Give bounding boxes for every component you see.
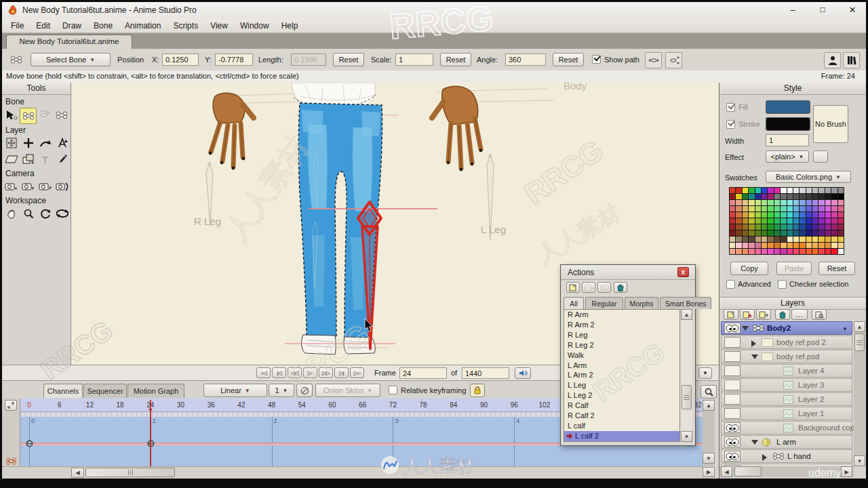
swatch-cell[interactable] bbox=[818, 224, 824, 230]
swatch-cell[interactable] bbox=[781, 194, 786, 199]
actions-titlebar[interactable]: Actions x bbox=[561, 265, 695, 280]
swatch-cell[interactable] bbox=[812, 194, 818, 199]
swatch-cell[interactable] bbox=[743, 243, 748, 248]
layer-row[interactable]: L hand bbox=[721, 449, 852, 463]
swatch-cell[interactable] bbox=[749, 212, 754, 218]
swatch-cell[interactable] bbox=[831, 218, 837, 224]
swatch-cell[interactable] bbox=[730, 188, 735, 193]
swatch-cell[interactable] bbox=[825, 249, 831, 254]
swatch-cell[interactable] bbox=[768, 249, 773, 254]
select-bone-dropdown[interactable]: Select Bone▼ bbox=[31, 53, 111, 66]
swatch-cell[interactable] bbox=[806, 206, 812, 211]
menu-item-window[interactable]: Window bbox=[234, 21, 275, 30]
swatch-cell[interactable] bbox=[812, 243, 818, 248]
swatch-cell[interactable] bbox=[749, 200, 754, 205]
roll-camera-tool-icon[interactable] bbox=[37, 179, 53, 194]
swatch-cell[interactable] bbox=[818, 212, 824, 218]
layer-row[interactable]: L arm bbox=[721, 435, 852, 449]
layer-row[interactable]: Layer 3 bbox=[721, 378, 852, 392]
layer-visibility-checkbox[interactable] bbox=[724, 351, 741, 362]
swatch-cell[interactable] bbox=[812, 200, 818, 205]
layers-hscrollbar[interactable]: ◀ ▶ bbox=[719, 466, 854, 477]
expander-down-icon[interactable] bbox=[751, 440, 758, 445]
curvature-tool-icon[interactable] bbox=[37, 136, 53, 150]
swatch-cell[interactable] bbox=[762, 224, 767, 230]
action-item-selected[interactable]: L calf 2 bbox=[564, 431, 679, 441]
swatch-cell[interactable] bbox=[838, 224, 844, 230]
menu-item-scripts[interactable]: Scripts bbox=[167, 21, 204, 30]
flip-bone-h-icon[interactable] bbox=[645, 52, 662, 68]
layer-more-button[interactable]: ... bbox=[791, 309, 808, 320]
swatch-cell[interactable] bbox=[730, 249, 735, 254]
eyedropper-tool-icon[interactable] bbox=[54, 152, 70, 167]
layer-visibility-checkbox[interactable] bbox=[724, 380, 741, 390]
rotate-workspace-tool-icon[interactable] bbox=[37, 206, 53, 221]
menu-item-help[interactable]: Help bbox=[275, 21, 304, 30]
swatch-cell[interactable] bbox=[812, 188, 818, 193]
swatch-cell[interactable] bbox=[793, 194, 799, 199]
angle-input[interactable]: 360 bbox=[505, 54, 546, 66]
prev-keyframe-button[interactable]: |◁ bbox=[272, 367, 286, 378]
swatch-cell[interactable] bbox=[768, 188, 773, 193]
action-item[interactable]: R Arm bbox=[564, 310, 679, 320]
effect-dropdown[interactable]: <plain>▼ bbox=[766, 150, 809, 163]
reset-position-button[interactable]: Reset bbox=[333, 53, 364, 66]
swatch-cell[interactable] bbox=[781, 188, 786, 193]
actions-tab-morphs[interactable]: Morphs bbox=[625, 297, 658, 309]
swatch-cell[interactable] bbox=[838, 194, 844, 199]
playhead-line[interactable] bbox=[150, 400, 151, 466]
swatch-cell[interactable] bbox=[774, 206, 780, 211]
action-item[interactable]: R Calf 2 bbox=[564, 411, 679, 421]
swatch-cell[interactable] bbox=[768, 194, 773, 199]
swatch-cell[interactable] bbox=[755, 224, 761, 230]
swatch-cell[interactable] bbox=[831, 206, 837, 211]
swatch-cell[interactable] bbox=[743, 200, 748, 205]
bone-strength-tool-icon[interactable] bbox=[54, 108, 69, 123]
action-item[interactable]: Walk bbox=[564, 350, 679, 361]
swatch-cell[interactable] bbox=[768, 200, 773, 205]
layer-visibility-checkbox[interactable] bbox=[724, 394, 741, 405]
swatches-dropdown[interactable]: Basic Colors.png▼ bbox=[766, 171, 851, 183]
swatch-cell[interactable] bbox=[831, 249, 837, 254]
orbit-workspace-tool-icon[interactable] bbox=[54, 206, 70, 221]
play-button[interactable]: ▷ bbox=[303, 367, 317, 378]
swatch-cell[interactable] bbox=[774, 243, 780, 248]
swatch-cell[interactable] bbox=[806, 243, 812, 248]
swatch-cell[interactable] bbox=[774, 230, 780, 236]
menu-item-edit[interactable]: Edit bbox=[30, 21, 56, 30]
swatch-cell[interactable] bbox=[730, 237, 735, 242]
swatch-cell[interactable] bbox=[762, 243, 767, 248]
actions-close-button[interactable]: x bbox=[677, 267, 689, 277]
swatch-cell[interactable] bbox=[818, 218, 824, 224]
reset-style-button[interactable]: Reset bbox=[818, 262, 855, 275]
expander-down-icon[interactable] bbox=[751, 354, 758, 359]
swatch-cell[interactable] bbox=[762, 212, 767, 218]
swatch-cell[interactable] bbox=[831, 224, 837, 230]
scroll-down-icon[interactable]: ▼ bbox=[854, 455, 865, 466]
lock-button[interactable] bbox=[470, 384, 485, 397]
new-action-button[interactable] bbox=[566, 282, 580, 293]
swatch-cell[interactable] bbox=[730, 206, 735, 211]
swatch-cell[interactable] bbox=[755, 230, 761, 236]
swatch-cell[interactable] bbox=[800, 230, 805, 236]
minimize-icon[interactable]: – bbox=[785, 5, 801, 15]
add-point-tool-icon[interactable] bbox=[20, 136, 36, 150]
x-input[interactable]: 0.1250 bbox=[162, 54, 199, 66]
swatch-cell[interactable] bbox=[818, 230, 824, 236]
layer-visibility-checkbox[interactable] bbox=[724, 408, 741, 419]
swatch-cell[interactable] bbox=[755, 200, 761, 205]
swatch-cell[interactable] bbox=[736, 224, 741, 230]
swatch-cell[interactable] bbox=[818, 200, 824, 205]
swatch-cell[interactable] bbox=[787, 212, 793, 218]
swatch-cell[interactable] bbox=[831, 212, 837, 218]
swatch-cell[interactable] bbox=[806, 212, 812, 218]
swatch-cell[interactable] bbox=[800, 224, 805, 230]
close-icon[interactable]: ✕ bbox=[844, 5, 861, 15]
swatch-cell[interactable] bbox=[793, 212, 799, 218]
swatch-cell[interactable] bbox=[762, 194, 767, 199]
swatch-cell[interactable] bbox=[774, 237, 780, 242]
document-tab[interactable]: New Body Tutorial6tut.anime bbox=[6, 35, 132, 49]
swatch-cell[interactable] bbox=[793, 224, 799, 230]
y-input[interactable]: -0.7778 bbox=[215, 54, 253, 66]
action-item[interactable]: R Leg bbox=[564, 330, 679, 340]
